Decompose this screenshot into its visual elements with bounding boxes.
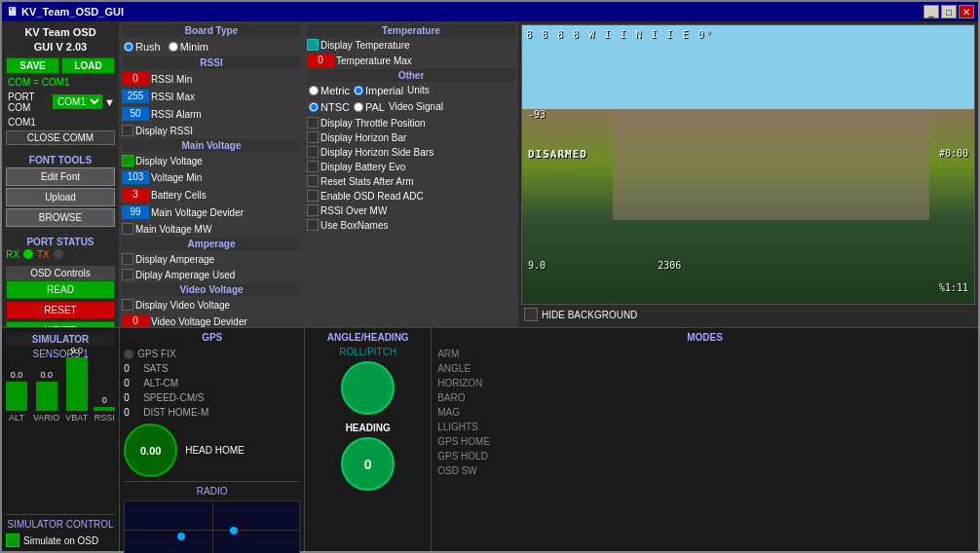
ntsc-radio[interactable] [309, 102, 319, 112]
upload-button[interactable]: Upload [6, 188, 115, 206]
voltage-devider-label: Main Voltage Devider [151, 207, 244, 218]
rssi-mw-check[interactable] [307, 204, 319, 216]
pal-radio[interactable] [354, 102, 363, 112]
heading-value: 0 [364, 457, 372, 472]
enable-osd-check[interactable] [307, 190, 319, 202]
rssi-bar-value: 0 [102, 395, 107, 405]
rssi-display-check[interactable] [122, 125, 133, 136]
temp-max-row: 0 Temperature Max [307, 53, 515, 68]
browse-button[interactable]: BROWSE [6, 208, 115, 227]
temperature-header: Temperature [307, 24, 515, 37]
font-tools-section: FONT TOOLS Edit Font Upload BROWSE [6, 153, 115, 229]
rssi-max-row: 255 RSSI Max [122, 89, 301, 104]
display-temp-check[interactable] [307, 39, 319, 51]
gps-speed-label: SPEED-CM/S [143, 392, 204, 403]
port-com-label: PORT COM [6, 91, 51, 114]
ntsc-option[interactable]: NTSC [309, 101, 350, 113]
minim-label[interactable]: Minim [169, 41, 208, 53]
hide-background-check[interactable] [524, 308, 538, 321]
rssi-alarm-value[interactable]: 50 [122, 107, 149, 121]
gps-sats-label: SATS [143, 363, 168, 374]
voltage-devider-row: 99 Main Voltage Devider [122, 204, 301, 220]
save-button[interactable]: SAVE [6, 57, 59, 74]
temp-max-value[interactable]: 0 [307, 54, 334, 67]
close-comm-button[interactable]: CLOSE COMM [6, 130, 115, 145]
video-devider-value[interactable]: 0 [122, 314, 149, 327]
rssi-display-label: Display RSSI [135, 126, 193, 136]
reset-stats-row: Reset Stats After Arm [307, 174, 515, 188]
vario-bar [36, 382, 57, 411]
rssi-mw-row: RSSI Over MW [307, 203, 515, 217]
imperial-radio[interactable] [354, 86, 363, 95]
angle-heading-header: ANGLE/HEADING [309, 332, 427, 343]
mode-arm: ARM [435, 347, 974, 361]
gps-dist-value: 0 [124, 407, 139, 418]
rssi-max-value[interactable]: 255 [122, 90, 149, 103]
sim-control-header: SIMULATOR CONTROL [6, 519, 115, 530]
horizon-bar-check[interactable] [307, 131, 319, 143]
voltage-devider-value[interactable]: 99 [122, 205, 149, 219]
radio-v-line [212, 501, 213, 553]
mode-llights: LLIGHTS [435, 420, 974, 434]
maximize-button[interactable]: □ [941, 5, 957, 18]
rx-led [23, 249, 33, 259]
rush-label[interactable]: Rush [124, 41, 161, 53]
box-names-check[interactable] [307, 219, 319, 231]
display-amperage-check[interactable] [122, 253, 133, 265]
voltage-min-value[interactable]: 103 [122, 170, 149, 184]
alt-bar-label: ALT [9, 413, 24, 423]
gps-fix-row: GPS FIX [124, 347, 300, 361]
close-button[interactable]: ✕ [959, 5, 974, 18]
sensors-panel: SIMULATOR SENSORS 1 0.0 ALT 0.0 VARIO 9.… [2, 327, 120, 551]
read-button[interactable]: READ [6, 280, 115, 299]
voltage-mw-check[interactable] [122, 223, 133, 235]
battery-cells-value[interactable]: 3 [122, 188, 149, 202]
horizon-side-check[interactable] [307, 146, 319, 158]
edit-font-button[interactable]: Edit Font [6, 167, 115, 186]
minimize-button[interactable]: _ [923, 5, 939, 18]
amperage-used-row: Diplay Amperage Used [122, 268, 301, 281]
video-devider-row: 0 Video Voltage Devider [122, 313, 301, 327]
vbat-bar-value: 9.0 [71, 346, 84, 355]
heading-indicator-label: HEADING [309, 423, 427, 433]
display-voltage-check[interactable] [122, 155, 133, 166]
pal-option[interactable]: PAL [354, 101, 385, 113]
reset-stats-check[interactable] [307, 175, 319, 187]
amperage-used-check[interactable] [122, 269, 133, 280]
titlebar: 🖥 KV_Team_OSD_GUI _ □ ✕ [2, 2, 978, 21]
head-home-label: HEAD HOME [185, 445, 245, 456]
com1-label: COM1 [6, 116, 115, 129]
radio-dot1 [177, 533, 185, 540]
imperial-option[interactable]: Imperial [354, 85, 403, 96]
display-voltage-label: Display Voltage [135, 156, 203, 166]
display-video-check[interactable] [122, 299, 133, 311]
rx-tx-row: RX TX [6, 249, 115, 260]
radio-dot2 [230, 527, 238, 535]
battery-evo-row: Display Battery Evo [307, 160, 515, 173]
osd-coord1: -93 [528, 109, 546, 120]
gps-circle: 0.00 [124, 424, 177, 477]
rush-radio[interactable] [124, 42, 133, 52]
minim-radio[interactable] [169, 42, 178, 52]
mode-osd-sw: OSD SW [435, 463, 974, 478]
battery-evo-check[interactable] [307, 161, 319, 172]
save-load-row: SAVE LOAD [6, 57, 115, 74]
gps-alt-row: 0 ALT-CM [124, 376, 300, 390]
sim-on-osd-check[interactable] [6, 534, 19, 547]
display-temp-row: Display Temperature [307, 38, 515, 52]
osd-time1: #0:00 [939, 148, 968, 159]
board-type-header: Board Type [122, 24, 301, 37]
titlebar-controls: _ □ ✕ [923, 5, 974, 18]
gps-panel: GPS GPS FIX 0 SATS 0 ALT-CM 0 SPEED-CM/S… [120, 327, 305, 551]
voltage-mw-label: Main Voltage MW [135, 224, 211, 235]
throttle-check[interactable] [307, 117, 319, 129]
metric-option[interactable]: Metric [309, 85, 350, 96]
reset-button[interactable]: RESET [6, 301, 115, 319]
metric-radio[interactable] [309, 86, 319, 95]
tx-led [54, 249, 63, 259]
load-button[interactable]: LOAD [61, 57, 115, 74]
osd-voltage: 9.0 [528, 260, 546, 271]
port-com-select[interactable]: COM1 COM2 COM3 [53, 94, 102, 109]
sim-on-osd-row: Simulate on OSD [6, 534, 115, 547]
rssi-min-value[interactable]: 0 [122, 72, 149, 86]
